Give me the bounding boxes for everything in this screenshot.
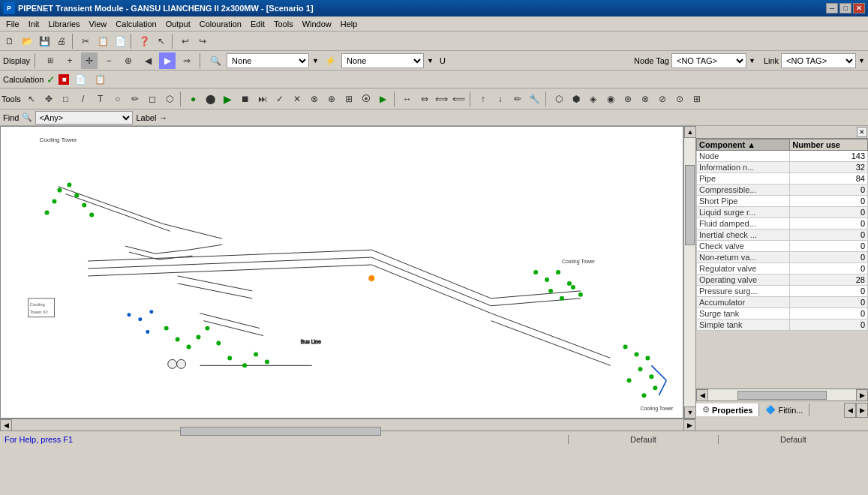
copy-button[interactable]: 📋 (95, 33, 111, 50)
calc-check-icon[interactable]: ✓ (47, 74, 56, 86)
find-any-select[interactable]: <Any> (35, 111, 133, 124)
display-plus-btn[interactable]: + (62, 52, 78, 69)
calc-doc-btn[interactable]: 📄 (72, 71, 89, 88)
tool-line[interactable]: / (75, 91, 92, 107)
display-arrow-right-btn[interactable]: ▶ (159, 52, 176, 69)
undo-button[interactable]: ↩ (177, 33, 194, 50)
tool-pen[interactable]: ✏ (127, 91, 143, 107)
table-row[interactable]: Compressible...0 (697, 184, 868, 196)
tool-shape7[interactable]: ⊘ (654, 91, 671, 107)
tool-shape3[interactable]: ◈ (585, 91, 602, 107)
tool-cross[interactable]: ⊗ (306, 91, 323, 107)
tool-pipe[interactable]: ⬤ (203, 91, 219, 107)
tab-properties[interactable]: ⚙ Properties (696, 404, 759, 416)
display-search-btn[interactable]: 🔍 (207, 52, 224, 69)
col-component[interactable]: Component ▲ (697, 140, 790, 151)
display-cursor-btn[interactable]: ✛ (81, 52, 98, 69)
table-row[interactable]: Short Pipe0 (697, 196, 868, 207)
tool-shape4[interactable]: ◉ (602, 91, 619, 107)
tool-wrench[interactable]: 🔧 (527, 91, 543, 107)
pointer-button[interactable]: ↖ (153, 33, 170, 50)
tool-shape1[interactable]: ⬡ (551, 91, 567, 107)
filter-icon[interactable]: ⚡ (322, 52, 338, 69)
redo-button[interactable]: ↪ (194, 33, 211, 50)
tool-play2[interactable]: ▶ (375, 91, 392, 107)
tool-eraser[interactable]: ◻ (144, 91, 161, 107)
panel-hscroll[interactable]: ◀ ▶ (696, 388, 868, 400)
table-row[interactable]: Check valve0 (697, 241, 868, 252)
tool-hash[interactable]: ⊕ (323, 91, 340, 107)
restore-button[interactable]: □ (839, 3, 851, 14)
tool-x[interactable]: ✕ (289, 91, 305, 107)
tool-text[interactable]: T (92, 91, 109, 107)
tool-select[interactable]: ↖ (23, 91, 40, 107)
table-row[interactable]: Pressure surg...0 (697, 286, 868, 297)
tool-more[interactable]: ⊞ (689, 91, 705, 107)
menu-window[interactable]: Window (298, 16, 336, 32)
table-row[interactable]: Simple tank0 (697, 320, 868, 331)
table-row[interactable]: Operating valve28 (697, 274, 868, 286)
tool-start[interactable]: ▶ (220, 91, 236, 107)
table-row[interactable]: Node143 (697, 151, 868, 162)
calc-stop-button[interactable]: ■ (59, 74, 69, 85)
table-row[interactable]: Accumulator0 (697, 297, 868, 308)
panel-close-btn[interactable]: ✕ (857, 127, 867, 137)
menu-calculation[interactable]: Calculation (111, 16, 161, 32)
tool-shape5[interactable]: ⊛ (620, 91, 636, 107)
tool-shape6[interactable]: ⊗ (637, 91, 653, 107)
table-row[interactable]: Pipe84 (697, 173, 868, 184)
display-arrow2-btn[interactable]: ⇒ (179, 52, 195, 69)
tab-nav-fwd[interactable]: ▶ (856, 403, 868, 418)
display-grid-btn[interactable]: ⊞ (42, 52, 59, 69)
tool-dn[interactable]: ↓ (492, 91, 509, 107)
menu-colouration[interactable]: Colouration (195, 16, 246, 32)
save-button[interactable]: 💾 (36, 33, 53, 50)
tool-arr4[interactable]: ⟸ (451, 91, 467, 107)
menu-file[interactable]: File (2, 16, 24, 32)
tool-node[interactable]: ● (185, 91, 202, 107)
cut-button[interactable]: ✂ (77, 33, 94, 50)
open-button[interactable]: 📂 (19, 33, 35, 50)
canvas-area[interactable]: Cooling Tower (0, 126, 683, 418)
table-row[interactable]: Non-return va...0 (697, 252, 868, 263)
tool-shape8[interactable]: ⊙ (671, 91, 688, 107)
tool-grid[interactable]: ⊞ (341, 91, 357, 107)
print-button[interactable]: 🖨 (53, 33, 70, 50)
hscroll-left[interactable]: ◀ (696, 389, 708, 401)
tool-box[interactable]: □ (58, 91, 74, 107)
calc-clipboard-btn[interactable]: 📋 (92, 71, 108, 88)
menu-output[interactable]: Output (161, 16, 195, 32)
tool-circle[interactable]: ○ (110, 91, 126, 107)
paste-button[interactable]: 📄 (112, 33, 128, 50)
canvas-vscroll[interactable]: ▲ ▼ (683, 126, 695, 418)
canvas-hscroll-left[interactable]: ◀ (0, 419, 12, 431)
table-row[interactable]: Information n...32 (697, 162, 868, 173)
vscroll-down[interactable]: ▼ (684, 406, 696, 418)
node-tag-select[interactable]: <NO TAG> (671, 53, 746, 68)
tool-double[interactable]: ⦿ (358, 91, 374, 107)
table-row[interactable]: Liquid surge r...0 (697, 207, 868, 218)
tool-step[interactable]: ⏭ (254, 91, 271, 107)
hscroll-right[interactable]: ▶ (856, 389, 868, 401)
tool-arr2[interactable]: ⇔ (416, 91, 433, 107)
hscroll-thumb[interactable] (737, 391, 826, 400)
tool-shape2[interactable]: ⬢ (568, 91, 584, 107)
minimize-button[interactable]: ─ (826, 3, 838, 14)
new-button[interactable]: 🗋 (2, 33, 18, 50)
vscroll-track[interactable] (684, 138, 695, 406)
menu-libraries[interactable]: Libraries (44, 16, 84, 32)
close-button[interactable]: ✕ (853, 3, 865, 14)
filter1-select[interactable]: None (227, 53, 309, 68)
tool-move[interactable]: ✥ (41, 91, 57, 107)
filter2-select[interactable]: None (341, 53, 424, 68)
menu-help[interactable]: Help (336, 16, 362, 32)
tab-fittings[interactable]: 🔷 Fittin... (759, 404, 809, 416)
tool-arr1[interactable]: ↔ (399, 91, 416, 107)
tool-check[interactable]: ✓ (272, 91, 288, 107)
hscroll-track[interactable] (708, 389, 856, 400)
tool-pencil2[interactable]: ✏ (509, 91, 526, 107)
col-number-use[interactable]: Number use (790, 140, 868, 151)
display-minus-btn[interactable]: − (101, 52, 117, 69)
canvas-hscroll[interactable]: ◀ ▶ (0, 418, 695, 430)
help-button[interactable]: ❓ (136, 33, 152, 50)
